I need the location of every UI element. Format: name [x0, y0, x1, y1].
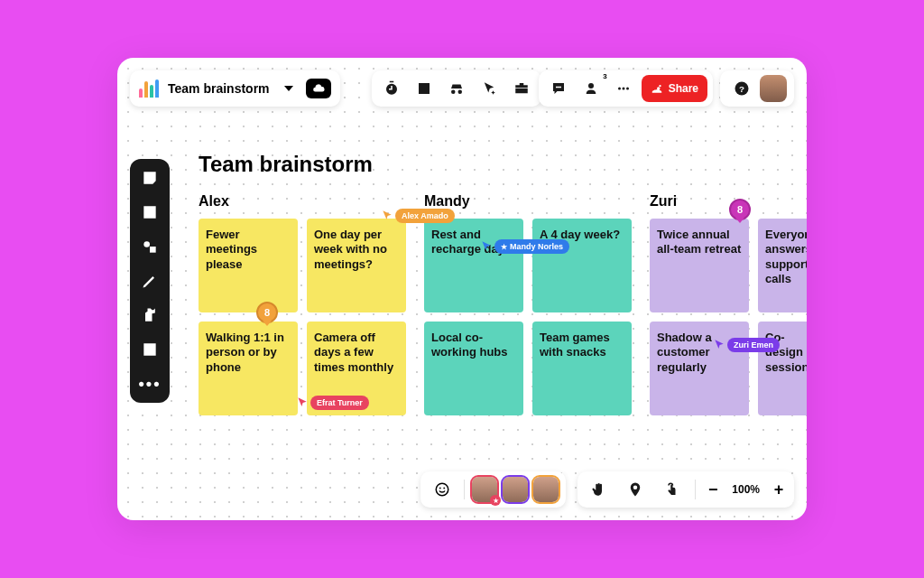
board-selector-bar: Team brainstorm [130, 70, 340, 107]
canvas-content: Team brainstorm Alex Fewer meetings plea… [199, 152, 807, 520]
column-alex: Alex Fewer meetings please One day per w… [199, 193, 406, 424]
comments-button[interactable] [544, 74, 573, 103]
cloud-check-icon [312, 82, 325, 95]
cursor-label: Alex Amado [395, 209, 455, 223]
vote-count: 8 [729, 199, 751, 220]
sticky-note[interactable]: Team games with snacks [532, 322, 632, 415]
divider [464, 480, 465, 499]
column-title[interactable]: Mandy [424, 193, 632, 210]
text-tool[interactable] [138, 200, 162, 224]
sticky-note[interactable]: One day per week with no meetings? [307, 219, 406, 312]
tasks-button[interactable] [410, 74, 439, 103]
cursor-icon [296, 396, 309, 409]
sticky-note[interactable]: A 4 day week? [532, 219, 632, 312]
sticky-note[interactable]: Shadow a customer regularly [650, 322, 749, 415]
svg-point-10 [439, 488, 441, 489]
vote-count: 8 [256, 302, 278, 323]
left-toolbar: ••• [130, 159, 170, 403]
vote-pin[interactable]: 8 [729, 199, 751, 226]
sticky-note-icon [141, 169, 159, 187]
sticky-note-tool[interactable] [138, 166, 162, 190]
participants-bar [420, 471, 566, 508]
participant-avatar[interactable] [533, 477, 559, 502]
shapes-icon [141, 238, 159, 256]
sticky-note[interactable]: Rest and recharge days [424, 219, 523, 312]
help-icon: ? [734, 80, 750, 97]
pointer-button[interactable] [475, 74, 504, 103]
pencil-icon [141, 272, 159, 290]
board-title[interactable]: Team brainstorm [199, 152, 807, 177]
sticky-note[interactable]: Everyone answers support calls [758, 219, 807, 312]
gesture-button[interactable] [657, 475, 686, 504]
remote-cursor-efrat: Efrat Turner [296, 396, 369, 410]
dots-horizontal-icon [615, 80, 632, 97]
column-title[interactable]: Alex [199, 193, 406, 210]
participant-avatar[interactable] [472, 477, 497, 502]
vote-pin[interactable]: 8 [256, 302, 278, 329]
cursor-label: Efrat Turner [310, 396, 369, 410]
remote-cursor-alex: Alex Amado [381, 209, 455, 223]
cursor-label: ★Mandy Norles [494, 239, 569, 254]
svg-point-11 [443, 488, 445, 489]
participant-count: 3 [603, 72, 606, 80]
sticky-note[interactable]: Local co-working hubs [424, 322, 523, 415]
chat-icon [550, 80, 567, 97]
llama-tool[interactable] [138, 303, 162, 327]
sync-status-button[interactable] [306, 79, 331, 98]
svg-point-1 [618, 88, 621, 90]
smile-icon [434, 481, 450, 498]
app-logo[interactable] [139, 79, 159, 98]
sticky-note[interactable]: Fewer meetings please [199, 219, 298, 312]
person-icon [583, 80, 599, 97]
share-button[interactable]: Share [642, 75, 707, 102]
checkbox-icon [416, 80, 432, 97]
column-title[interactable]: Zuri [650, 193, 807, 210]
sticky-note[interactable]: Co-design sessions [758, 322, 807, 415]
remote-cursor-mandy: ★Mandy Norles [480, 239, 569, 254]
zoom-in-button[interactable]: + [771, 480, 787, 499]
sticky-note[interactable]: Twice annual all-team retreat [650, 219, 749, 312]
svg-rect-7 [150, 247, 156, 253]
image-icon [141, 340, 159, 359]
zoom-out-button[interactable]: − [705, 480, 721, 499]
timer-button[interactable] [377, 74, 406, 103]
view-controls-bar: − 100% + [578, 471, 794, 508]
participants-button[interactable]: 3 [577, 74, 605, 103]
image-tool[interactable] [138, 338, 162, 361]
svg-point-8 [146, 346, 149, 349]
app-window: Team brainstorm 3 Share ? [117, 58, 807, 520]
stopwatch-icon [383, 80, 400, 97]
svg-point-9 [436, 483, 448, 496]
help-pill: ? [720, 70, 794, 107]
board-name-dropdown[interactable]: Team brainstorm [168, 81, 270, 96]
share-label: Share [669, 82, 698, 95]
navigator-button[interactable] [621, 475, 650, 504]
llama-icon [141, 306, 159, 324]
sticky-note[interactable]: Walking 1:1 in person or by phone [199, 322, 298, 415]
toolbox-button[interactable] [507, 74, 536, 103]
cursor-label: Zuri Emen [727, 338, 780, 352]
svg-point-3 [626, 88, 629, 90]
top-tools-bar [372, 70, 541, 107]
help-button[interactable]: ? [727, 74, 756, 103]
pen-tool[interactable] [138, 269, 162, 293]
hand-icon [591, 481, 607, 498]
board-name: Team brainstorm [168, 81, 270, 96]
svg-point-2 [622, 88, 624, 90]
more-tools-button[interactable]: ••• [138, 372, 162, 396]
incognito-button[interactable] [442, 74, 471, 103]
cursor-icon [381, 210, 393, 222]
more-menu-button[interactable] [609, 74, 638, 103]
reactions-button[interactable] [428, 475, 457, 504]
zoom-level[interactable]: 100% [728, 483, 763, 496]
hand-tool-button[interactable] [585, 475, 614, 504]
chevron-down-icon[interactable] [284, 86, 293, 91]
participant-avatar[interactable] [503, 477, 528, 502]
share-icon [651, 82, 663, 95]
collab-pill: 3 Share [539, 70, 713, 107]
svg-text:?: ? [739, 84, 744, 94]
shapes-tool[interactable] [138, 235, 162, 258]
columns-container: Alex Fewer meetings please One day per w… [199, 193, 807, 424]
divider [695, 480, 696, 499]
user-avatar[interactable] [760, 75, 787, 102]
